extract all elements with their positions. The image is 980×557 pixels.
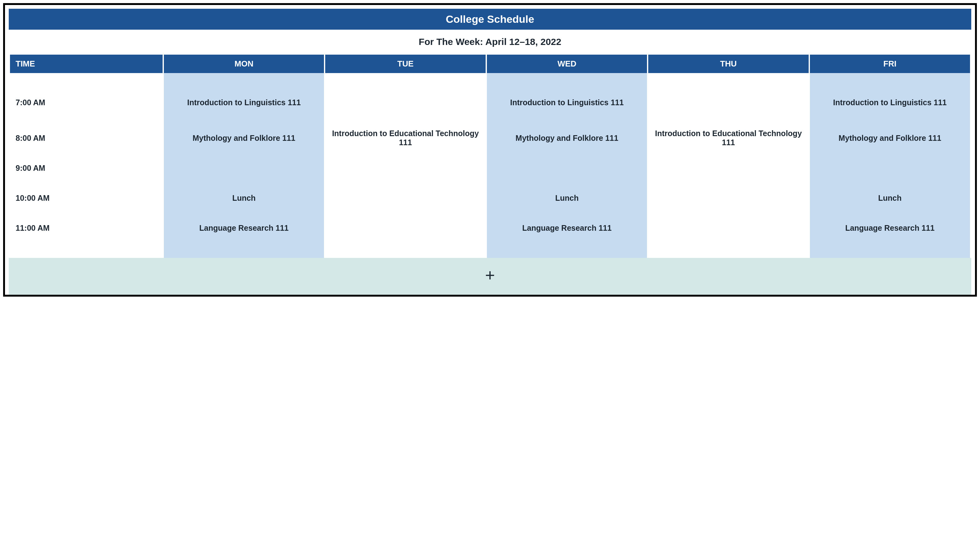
page-title: College Schedule [9, 9, 971, 30]
cell-fri-8[interactable]: Mythology and Folklore 111 [810, 123, 970, 153]
schedule-table: TIME MON TUE WED THU FRI 7:00 AM Introdu… [9, 55, 971, 258]
schedule-frame: College Schedule For The Week: April 12–… [3, 3, 977, 296]
row-11am: 11:00 AM Language Research 111 Language … [10, 213, 970, 243]
cell-mon-9[interactable] [164, 153, 324, 183]
cell-thu-9[interactable] [648, 153, 808, 183]
cell-thu-8[interactable]: Introduction to Educational Technology 1… [648, 123, 808, 153]
week-subtitle: For The Week: April 12–18, 2022 [9, 30, 971, 55]
cell-mon-7[interactable]: Introduction to Linguistics 111 [164, 82, 324, 123]
cell-thu-10[interactable] [648, 183, 808, 213]
row-8am: 8:00 AM Mythology and Folklore 111 Intro… [10, 123, 970, 153]
time-label: 8:00 AM [10, 123, 163, 153]
col-header-fri: FRI [810, 55, 970, 73]
col-header-thu: THU [648, 55, 808, 73]
cell-wed-11[interactable]: Language Research 111 [487, 213, 647, 243]
col-header-time: TIME [10, 55, 163, 73]
cell-tue-9[interactable] [325, 153, 485, 183]
cell-wed-10[interactable]: Lunch [487, 183, 647, 213]
col-header-tue: TUE [325, 55, 485, 73]
row-7am: 7:00 AM Introduction to Linguistics 111 … [10, 82, 970, 123]
cell-fri-7[interactable]: Introduction to Linguistics 111 [810, 82, 970, 123]
cell-tue-7[interactable] [325, 82, 485, 123]
cell-tue-11[interactable] [325, 213, 485, 243]
time-label: 11:00 AM [10, 213, 163, 243]
cell-fri-9[interactable] [810, 153, 970, 183]
cell-mon-10[interactable]: Lunch [164, 183, 324, 213]
add-row-button[interactable]: + [9, 258, 971, 295]
row-10am: 10:00 AM Lunch Lunch Lunch [10, 183, 970, 213]
cell-tue-10[interactable] [325, 183, 485, 213]
row-9am: 9:00 AM [10, 153, 970, 183]
time-label: 7:00 AM [10, 82, 163, 123]
cell-mon-11[interactable]: Language Research 111 [164, 213, 324, 243]
time-label: 10:00 AM [10, 183, 163, 213]
col-header-wed: WED [487, 55, 647, 73]
cell-mon-8[interactable]: Mythology and Folklore 111 [164, 123, 324, 153]
cell-thu-11[interactable] [648, 213, 808, 243]
plus-icon: + [485, 267, 495, 283]
cell-fri-11[interactable]: Language Research 111 [810, 213, 970, 243]
time-label: 9:00 AM [10, 153, 163, 183]
cell-wed-7[interactable]: Introduction to Linguistics 111 [487, 82, 647, 123]
col-header-mon: MON [164, 55, 324, 73]
cell-fri-10[interactable]: Lunch [810, 183, 970, 213]
cell-tue-8[interactable]: Introduction to Educational Technology 1… [325, 123, 485, 153]
cell-thu-7[interactable] [648, 82, 808, 123]
table-header-row: TIME MON TUE WED THU FRI [10, 55, 970, 73]
cell-wed-9[interactable] [487, 153, 647, 183]
cell-wed-8[interactable]: Mythology and Folklore 111 [487, 123, 647, 153]
